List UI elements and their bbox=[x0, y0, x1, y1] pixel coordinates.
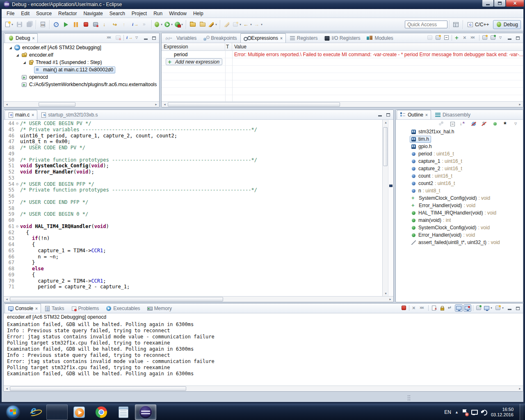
add-expression-row[interactable]: Add new expression bbox=[162, 58, 523, 66]
line-number[interactable]: 52 bbox=[4, 169, 14, 175]
scroll-thumb[interactable] bbox=[383, 127, 388, 166]
tab-modules[interactable]: Modules bbox=[363, 33, 396, 43]
line-number[interactable]: 56 bbox=[4, 193, 14, 199]
new-dropdown-icon[interactable] bbox=[11, 23, 14, 26]
scroll-lock-button[interactable] bbox=[438, 304, 446, 312]
debug-tree-item[interactable]: encoder.elf bbox=[4, 51, 159, 59]
scroll-right-ic[interactable] bbox=[387, 297, 393, 302]
sort-button[interactable] bbox=[458, 119, 468, 129]
outline-item[interactable]: count2: uint16_t bbox=[396, 180, 523, 187]
outline-item[interactable]: main(void): int bbox=[396, 217, 523, 224]
taskbar-start-button[interactable] bbox=[2, 404, 23, 420]
line-number[interactable]: 61 bbox=[4, 224, 14, 230]
outline-item[interactable]: SystemClock_Config(void): void bbox=[396, 224, 523, 231]
expression-row[interactable]: periodError: Multiple errors reported.\ … bbox=[162, 51, 523, 58]
open-console-button[interactable] bbox=[494, 304, 505, 312]
line-number[interactable]: 46 bbox=[4, 133, 14, 139]
line-number[interactable]: 45 bbox=[4, 127, 14, 133]
close-tab-icon[interactable] bbox=[279, 36, 283, 41]
tab-memory[interactable]: Memory bbox=[144, 304, 175, 313]
edit-watch-button[interactable] bbox=[489, 34, 497, 41]
line-number[interactable]: 48 bbox=[4, 145, 14, 151]
expressions-hscrollbar[interactable] bbox=[162, 101, 523, 107]
terminate-button[interactable] bbox=[400, 304, 407, 312]
taskbar-eclipse-button[interactable] bbox=[135, 404, 156, 420]
display-selected-console-button[interactable] bbox=[483, 304, 493, 312]
instruction-stepping-button[interactable] bbox=[130, 20, 140, 30]
minimize-view-button[interactable] bbox=[376, 111, 383, 118]
perspective-c-c-[interactable]: C/C++ bbox=[465, 20, 492, 29]
step-over-button[interactable] bbox=[110, 20, 120, 30]
taskbar-ie-button[interactable] bbox=[24, 404, 46, 420]
hide-static-members-button[interactable] bbox=[479, 119, 489, 129]
fold-marker-icon[interactable] bbox=[14, 121, 20, 127]
outline-item[interactable]: capture_2: uint16_t bbox=[396, 165, 523, 172]
debug-launch-tree[interactable]: encoder.elf [Ac6 STM32 Debugging]encoder… bbox=[4, 43, 159, 101]
scroll-left-ic[interactable] bbox=[4, 102, 10, 107]
close-tab-icon[interactable] bbox=[34, 306, 38, 311]
create-watchpoint-button[interactable] bbox=[481, 34, 488, 41]
back-button[interactable] bbox=[242, 20, 253, 30]
menu-edit[interactable]: Edit bbox=[18, 10, 33, 17]
line-number[interactable]: 64 bbox=[4, 242, 14, 248]
scroll-right-ic[interactable] bbox=[517, 102, 523, 107]
outline-tree[interactable]: stm32f1xx_hal.htim.hgpio.hperiod: uint16… bbox=[396, 128, 523, 302]
tab-main-c[interactable]: main.c bbox=[5, 110, 37, 119]
menu-search[interactable]: Search bbox=[106, 10, 128, 17]
menu-refactor[interactable]: Refactor bbox=[55, 10, 80, 17]
relaunch-button[interactable] bbox=[114, 34, 122, 41]
line-number[interactable]: 44 bbox=[4, 121, 14, 127]
debug-tree-item[interactable]: Thread #1 (Suspended : Step) bbox=[4, 59, 159, 66]
fold-marker-icon[interactable] bbox=[14, 224, 20, 230]
clock[interactable]: 16:50 03.12.2016 bbox=[491, 407, 516, 418]
next-annotation-button[interactable] bbox=[232, 20, 242, 30]
view-menu-button[interactable] bbox=[511, 119, 521, 129]
tab-i-o-registers[interactable]: I/O Registers bbox=[321, 33, 363, 43]
open-console-dropdown-icon[interactable] bbox=[501, 306, 504, 310]
menu-file[interactable]: File bbox=[3, 10, 18, 17]
outline-item[interactable]: gpio.h bbox=[396, 143, 523, 150]
forward-dropdown-icon[interactable] bbox=[260, 23, 263, 26]
run-dropdown-icon[interactable] bbox=[170, 23, 173, 26]
tab-variables[interactable]: Variables bbox=[162, 33, 200, 43]
annotations-dropdown-icon[interactable] bbox=[215, 23, 218, 26]
fold-marker-icon[interactable] bbox=[14, 181, 20, 187]
tab-registers[interactable]: Registers bbox=[286, 33, 321, 43]
line-number[interactable]: 54 bbox=[4, 181, 14, 187]
action-center-icon[interactable] bbox=[462, 409, 468, 415]
scroll-right-ic[interactable] bbox=[153, 102, 159, 107]
console-output[interactable]: Examination failed, GDB will be halted. … bbox=[4, 321, 523, 386]
editor-hscrollbar[interactable] bbox=[4, 296, 393, 302]
step-return-button[interactable] bbox=[120, 20, 130, 30]
close-tab-icon[interactable] bbox=[425, 113, 428, 117]
line-number[interactable]: 71 bbox=[4, 284, 14, 290]
outline-item[interactable]: assert_failed(uint8_t*, uint32_t): void bbox=[396, 239, 523, 246]
taskbar-wmp-button[interactable] bbox=[68, 404, 90, 420]
external-tools-button[interactable] bbox=[174, 20, 184, 30]
tab-expressions[interactable]: Expressions bbox=[240, 33, 286, 43]
outline-item[interactable]: SystemClock_Config(void): void bbox=[396, 194, 523, 202]
debug-tree-item[interactable]: main() at main.c:112 0x80002d0 bbox=[4, 66, 159, 73]
tab-disassembly[interactable]: Disassembly bbox=[431, 110, 474, 119]
tab-executables[interactable]: Executables bbox=[102, 304, 143, 313]
tree-expander-icon[interactable] bbox=[8, 46, 13, 50]
line-number[interactable]: 62 bbox=[4, 230, 14, 236]
column-expression[interactable]: Expression bbox=[162, 43, 225, 51]
column-type[interactable]: T bbox=[225, 43, 232, 51]
overview-marker[interactable] bbox=[389, 185, 393, 187]
menu-help[interactable]: Help bbox=[190, 10, 207, 17]
network-icon[interactable] bbox=[471, 409, 477, 415]
suspend-button[interactable] bbox=[71, 20, 81, 30]
outline-item[interactable]: HAL_TIM4_IRQHandler(void): void bbox=[396, 209, 523, 217]
show-hidden-icons-button[interactable] bbox=[455, 410, 459, 414]
console-hscrollbar[interactable] bbox=[4, 386, 523, 391]
save-all-button[interactable] bbox=[24, 20, 34, 30]
minimize-view-button[interactable] bbox=[506, 34, 513, 41]
tab-outline[interactable]: Outline bbox=[397, 110, 431, 119]
minimize-button[interactable] bbox=[482, 0, 494, 7]
instruction-stepping-toggle[interactable] bbox=[126, 34, 133, 41]
remove-all-expressions-button[interactable] bbox=[470, 34, 477, 41]
outline-item[interactable]: tim.h bbox=[396, 135, 523, 143]
outline-item[interactable]: n: uint8_t bbox=[396, 187, 523, 194]
scroll-left-ic[interactable] bbox=[162, 102, 168, 107]
